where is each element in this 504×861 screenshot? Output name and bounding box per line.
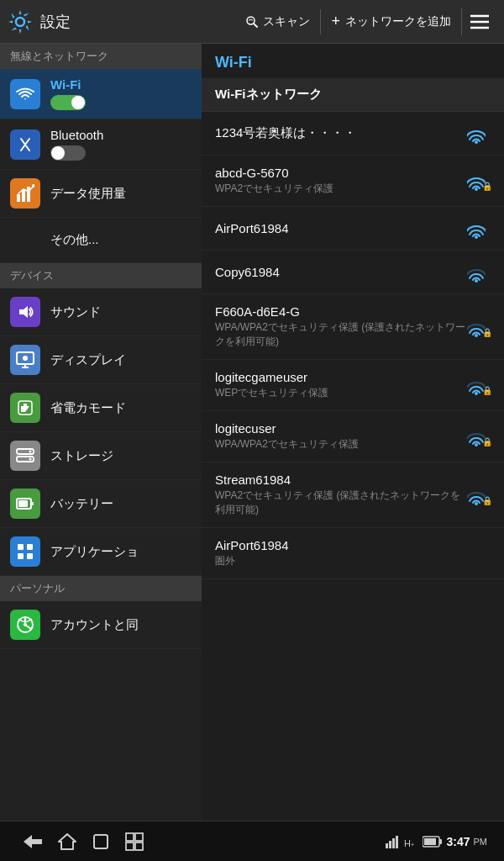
scan-icon [244,14,260,29]
network-info: AirPort61984圏外 [215,538,491,568]
lock-icon: 🔒 [482,386,492,395]
scan-button[interactable]: スキャン [234,9,321,34]
svg-rect-22 [18,500,28,507]
sidebar-item-account[interactable]: アカウントと同 [0,601,202,649]
sidebar-item-storage[interactable]: ストレージ [0,432,202,480]
signal-strength-icon: 🔒 [467,485,491,505]
settings-gear-icon [7,8,34,35]
bluetooth-toggle[interactable] [50,145,103,161]
network-name: AirPort61984 [215,538,491,552]
sidebar-item-data[interactable]: データ使用量 [0,170,202,218]
bluetooth-icon [10,129,40,160]
network-item[interactable]: Copy61984 [202,251,504,294]
home-button[interactable] [50,827,84,857]
network-section-header: Wi-Fiネットワーク [202,78,504,112]
data-usage-label: データ使用量 [50,186,192,202]
sidebar-item-battery-save[interactable]: 省電カモード [0,384,202,432]
network-item[interactable]: Stream61984WPA2でセキュリティ保護 (保護されたネットワークを利用… [202,462,504,528]
network-name: AirPort61984 [215,221,467,235]
network-desc: 圏外 [215,554,491,568]
signal-strength-icon: 🔒 [467,171,491,191]
network-desc: WPA2でセキュリティ保護 (保護されたネットワークを利用可能) [215,489,467,517]
display-label: ディスプレイ [50,352,192,368]
storage-icon [10,441,40,471]
network-list: 1234号若奥様は・・・・abcd-G-5670WPA2でセキュリティ保護🔒Ai… [202,112,504,579]
battery-save-label: 省電カモード [50,400,192,416]
back-button[interactable] [17,827,50,857]
svg-marker-38 [59,834,76,849]
svg-line-2 [254,23,257,26]
account-label: アカウントと同 [50,617,192,633]
status-time: 3:47 [446,835,470,848]
sidebar-item-wifi[interactable]: Wi-Fi [0,69,202,119]
settings-title: 設定 [40,12,71,32]
svg-point-30 [475,188,478,191]
wifi-toggle-track[interactable] [50,95,86,110]
network-name: 1234号若奥様は・・・・ [215,125,467,141]
svg-rect-52 [424,838,436,845]
network-item[interactable]: logitecgameuserWEPでセキュリティ保護🔒 [202,360,504,411]
svg-point-35 [475,443,478,446]
signal-strength-icon [467,124,491,144]
svg-marker-37 [24,835,42,848]
svg-rect-6 [17,194,20,202]
svg-rect-44 [386,843,388,848]
svg-rect-25 [18,553,24,559]
recent-button[interactable] [84,827,118,857]
home-icon [58,832,76,851]
app-header: 設定 スキャン + ネットワークを追加 [0,0,504,44]
apps-icon [10,536,40,567]
lock-icon: 🔒 [482,328,492,337]
svg-point-14 [23,356,28,361]
network-item[interactable]: 1234号若奥様は・・・・ [202,112,504,156]
bluetooth-toggle-track[interactable] [50,145,86,161]
section-header-device: デバイス [0,263,202,288]
network-name: logitecuser [215,421,467,436]
svg-rect-51 [439,839,442,844]
network-item[interactable]: AirPort61984圏外 [202,528,504,579]
bottom-nav: H + 3:47 PM [0,821,504,861]
svg-point-32 [475,279,478,283]
svg-point-0 [16,18,24,26]
svg-rect-39 [94,835,108,848]
svg-text:+: + [411,842,414,848]
sidebar-item-display[interactable]: ディスプレイ [0,336,202,384]
battery-label: バッテリー [50,496,192,512]
wifi-content-title: Wi-Fi [202,44,504,78]
back-icon [24,833,44,850]
status-area: H + 3:47 PM [386,835,487,848]
section-header-wireless: 無線とネットワーク [0,44,202,69]
add-icon: + [331,13,340,30]
svg-point-29 [475,140,478,144]
network-info: logitecuserWPA/WPA2でセキュリティ保護 [215,421,467,452]
network-item[interactable]: F660A-d6E4-GWPA/WPA2でセキュリティ保護 (保護されたネットワ… [202,294,504,360]
screenshot-button[interactable] [118,827,151,857]
wifi-toggle-thumb [71,96,85,109]
network-info: 1234号若奥様は・・・・ [215,125,467,141]
network-name: Copy61984 [215,265,467,279]
network-desc: WPA2でセキュリティ保護 [215,182,467,196]
svg-point-36 [475,502,478,505]
bluetooth-toggle-thumb [51,146,65,160]
svg-rect-8 [27,187,30,202]
svg-point-33 [475,334,478,337]
sidebar-item-other[interactable]: その他... [0,218,202,263]
sidebar-item-battery[interactable]: バッテリー [0,480,202,528]
add-network-button[interactable]: + ネットワークを追加 [321,8,462,35]
hamburger-button[interactable] [462,9,497,34]
network-item[interactable]: logitecuserWPA/WPA2でセキュリティ保護🔒 [202,411,504,462]
svg-rect-21 [31,502,34,505]
network-info: abcd-G-5670WPA2でセキュリティ保護 [215,166,467,196]
sidebar-item-apps[interactable]: アプリケーショ [0,528,202,576]
network-item[interactable]: abcd-G-5670WPA2でセキュリティ保護🔒 [202,156,504,207]
lock-icon: 🔒 [482,496,492,505]
network-name: Stream61984 [215,473,467,487]
wifi-toggle[interactable] [50,95,86,110]
sidebar-item-sound[interactable]: サウンド [0,288,202,336]
network-desc: WPA/WPA2でセキュリティ保護 [215,437,467,452]
network-item[interactable]: AirPort61984 [202,207,504,251]
sidebar: 無線とネットワーク Wi-Fi [0,44,202,821]
network-name: abcd-G-5670 [215,166,467,180]
sidebar-item-bluetooth[interactable]: Bluetooth [0,119,202,170]
apps-label: アプリケーショ [50,544,192,560]
